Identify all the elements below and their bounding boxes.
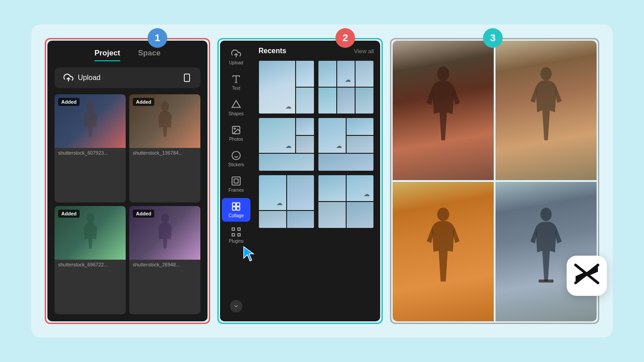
plugins-sidebar-label: Plugins <box>229 239 244 244</box>
mouse-cursor-icon <box>240 245 258 263</box>
text-sidebar-icon <box>231 74 241 84</box>
view-all-button[interactable]: View all <box>354 48 374 55</box>
svg-rect-24 <box>238 234 241 236</box>
panel-1-wrapper: Project Space Upload <box>45 38 210 324</box>
added-badge: Added <box>133 210 154 218</box>
panel-3-wrapper <box>390 38 599 324</box>
collage-layout-b[interactable]: ☁ <box>318 60 374 114</box>
sidebar-icons: Upload Text Shapes <box>220 41 252 321</box>
photo-panel-3 <box>393 182 494 321</box>
upload-sidebar-icon <box>231 49 241 59</box>
list-item[interactable]: Added shutterstock_607923... <box>55 94 126 202</box>
photos-sidebar-icon <box>231 125 241 135</box>
cloud-icon: ☁ <box>364 190 370 198</box>
svg-point-4 <box>161 101 169 111</box>
collage-layout-d[interactable]: ☁ <box>318 118 374 171</box>
tabs-row: Project Space <box>47 41 208 61</box>
sidebar-chevron[interactable] <box>230 300 242 312</box>
collage-layout-grid: ☁ ☁ ☁ <box>258 60 374 228</box>
svg-marker-25 <box>244 247 254 261</box>
svg-point-11 <box>234 128 235 129</box>
sidebar-item-shapes[interactable]: Shapes <box>222 96 250 120</box>
sidebar-item-plugins[interactable]: Plugins <box>222 223 250 247</box>
image-filename: shutterstock_607923... <box>55 148 126 158</box>
collage-layout-f[interactable]: ☁ <box>318 175 374 228</box>
photo-panel-1 <box>393 41 494 180</box>
image-grid: Added shutterstock_607923... Added <box>47 94 208 321</box>
step-badge-1: 1 <box>148 28 167 48</box>
added-badge: Added <box>58 210 80 218</box>
text-sidebar-label: Text <box>232 86 240 91</box>
cloud-icon: ☁ <box>336 142 342 149</box>
svg-rect-16 <box>234 179 238 183</box>
stickers-sidebar-icon <box>231 151 241 160</box>
capcut-scissors-icon <box>573 263 600 285</box>
cloud-icon: ☁ <box>276 199 283 206</box>
collage-sidebar-label: Collage <box>229 213 244 218</box>
sidebar-item-photos[interactable]: Photos <box>222 122 250 145</box>
step-badge-3: 3 <box>483 28 503 48</box>
upload-sidebar-label: Upload <box>229 60 243 65</box>
fashion-silhouette-4 <box>524 207 568 296</box>
sidebar-item-frames[interactable]: Frames <box>222 173 250 196</box>
sidebar-item-upload[interactable]: Upload <box>222 45 250 69</box>
tab-project[interactable]: Project <box>94 49 120 61</box>
added-badge: Added <box>58 98 80 106</box>
svg-rect-30 <box>538 280 553 283</box>
svg-rect-21 <box>232 228 235 230</box>
svg-point-3 <box>86 101 94 111</box>
cloud-decoration: ☁ <box>285 103 292 110</box>
svg-point-6 <box>161 213 169 223</box>
sidebar-item-stickers[interactable]: Stickers <box>222 147 250 171</box>
person-silhouette-3 <box>79 213 102 253</box>
svg-point-5 <box>86 213 94 223</box>
collage-layout-e[interactable]: ☁ <box>258 175 314 228</box>
svg-point-27 <box>541 67 552 80</box>
svg-point-28 <box>437 208 449 221</box>
svg-rect-18 <box>237 203 240 206</box>
upload-button[interactable]: Upload <box>55 67 200 88</box>
fashion-silhouette-1 <box>421 66 466 155</box>
collage-layout-a[interactable]: ☁ <box>258 60 314 114</box>
upload-btn-left: Upload <box>64 73 101 83</box>
sidebar-item-text[interactable]: Text <box>222 71 250 94</box>
list-item[interactable]: Added shutterstock_136784... <box>129 94 200 202</box>
image-filename: shutterstock_26948... <box>129 260 200 269</box>
tab-space[interactable]: Space <box>138 49 161 61</box>
frames-sidebar-label: Frames <box>229 188 244 193</box>
cloud-icon: ☁ <box>345 76 351 83</box>
list-item[interactable]: Added shutterstock_696722... <box>55 206 126 314</box>
step-badge-2: 2 <box>335 28 355 48</box>
svg-rect-20 <box>237 207 240 210</box>
photos-sidebar-label: Photos <box>229 137 243 142</box>
svg-rect-17 <box>233 203 236 206</box>
fashion-silhouette-3 <box>421 207 466 296</box>
cursor-arrow <box>240 245 390 265</box>
image-filename: shutterstock_136784... <box>129 148 200 158</box>
svg-rect-15 <box>232 177 240 185</box>
collage-layout-c[interactable]: ☁ <box>258 118 314 171</box>
photo-panel-2 <box>496 41 597 180</box>
sidebar-item-collage[interactable]: Collage <box>222 198 250 222</box>
panel-1-dark: Project Space Upload <box>47 41 208 321</box>
upload-label: Upload <box>78 74 101 82</box>
fashion-silhouette-2 <box>524 66 568 155</box>
svg-marker-33 <box>586 265 598 276</box>
svg-point-29 <box>541 208 552 221</box>
svg-rect-19 <box>233 207 236 210</box>
person-silhouette-1 <box>79 101 102 141</box>
svg-point-26 <box>437 67 449 81</box>
image-filename: shutterstock_696722... <box>55 260 126 269</box>
plugins-sidebar-icon <box>231 227 241 237</box>
cloud-icon: ☁ <box>285 142 292 149</box>
upload-icon <box>64 73 73 83</box>
frames-sidebar-icon <box>231 176 241 186</box>
collage-header: Recents View all <box>258 47 374 55</box>
list-item[interactable]: Added shutterstock_26948... <box>129 206 200 314</box>
panel-3-photos <box>393 41 597 321</box>
capcut-logo-wrapper <box>567 256 607 296</box>
stickers-sidebar-label: Stickers <box>228 162 244 167</box>
photo-panel-4 <box>496 182 597 321</box>
svg-point-12 <box>232 152 240 160</box>
device-icon <box>182 73 191 82</box>
